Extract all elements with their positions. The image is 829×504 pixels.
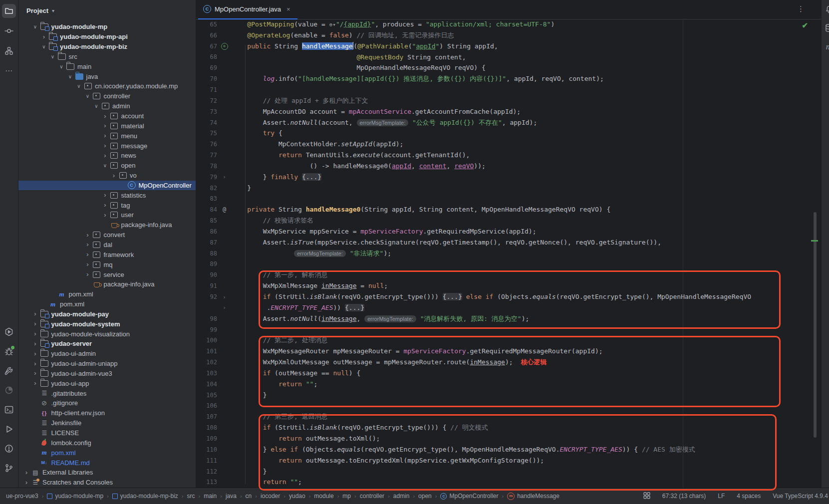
chevron-collapsed-icon[interactable]: › bbox=[84, 272, 92, 277]
breadcrumb-item[interactable]: main bbox=[204, 493, 217, 500]
debug-icon[interactable] bbox=[2, 344, 16, 358]
breadcrumb-item[interactable]: controller bbox=[360, 493, 384, 500]
tree-item-menu[interactable]: ›menu bbox=[18, 131, 196, 141]
chevron-collapsed-icon[interactable]: › bbox=[31, 361, 39, 366]
breadcrumb-item[interactable]: mp bbox=[342, 493, 351, 500]
tree-item-yudao-module-system[interactable]: ›yudao-module-system bbox=[18, 319, 196, 329]
tree-item-admin[interactable]: ∨admin bbox=[18, 101, 196, 111]
status-widget[interactable]: Vue TypeScript 4.9.4 bbox=[773, 493, 828, 500]
tree-item-yudao-module-visualization[interactable]: ›yudao-module-visualization bbox=[18, 329, 196, 339]
editor-scrollbar[interactable] bbox=[814, 212, 817, 438]
more-icon[interactable]: ⋯ bbox=[2, 64, 16, 78]
tree-item-src[interactable]: ∨src bbox=[18, 52, 196, 62]
tree-item-framework[interactable]: ›framework bbox=[18, 250, 196, 259]
services-icon[interactable] bbox=[2, 325, 16, 339]
code-line-88[interactable]: 88 errorMsgTemplate: "非法请求"); bbox=[196, 248, 821, 259]
inspections-ok-icon[interactable]: ✔ bbox=[802, 21, 808, 30]
chevron-collapsed-icon[interactable]: › bbox=[31, 311, 39, 316]
code-line-78[interactable]: 78 () -> handleMessage0(appId, content, … bbox=[196, 161, 821, 172]
code-line-74[interactable]: 74 Assert.notNull(account, errorMsgTempl… bbox=[196, 117, 821, 128]
breadcrumb-item[interactable]: CMpOpenController bbox=[440, 493, 498, 500]
run-icon[interactable] bbox=[2, 422, 16, 436]
breadcrumb-item[interactable]: java bbox=[226, 493, 237, 500]
chevron-collapsed-icon[interactable]: › bbox=[84, 262, 92, 267]
code-line-82[interactable]: 82 } bbox=[196, 183, 821, 194]
tree-item-cn-iocoder-yudao-module-mp[interactable]: ∨cn.iocoder.yudao.module.mp bbox=[18, 81, 196, 91]
tree-item-yudao-ui-admin[interactable]: ›yudao-ui-admin bbox=[18, 349, 196, 359]
chevron-collapsed-icon[interactable]: › bbox=[84, 242, 92, 247]
tree-item-package-info-java[interactable]: package-info.java bbox=[18, 279, 196, 289]
tree-item-mpopencontroller[interactable]: CMpOpenController bbox=[18, 181, 196, 191]
tree-item-account[interactable]: ›account bbox=[18, 111, 196, 121]
chevron-collapsed-icon[interactable]: › bbox=[101, 133, 109, 138]
tree-item-tag[interactable]: ›tag bbox=[18, 200, 196, 210]
structure-icon[interactable] bbox=[2, 44, 16, 58]
status-widget[interactable]: 67:32 (13 chars) bbox=[662, 493, 706, 500]
code-line-76[interactable]: 76 MpContextHolder.setAppId(appId); bbox=[196, 139, 821, 150]
tree-item-http-client-env-json[interactable]: { }http-client.env.json bbox=[18, 408, 196, 418]
notifications-icon[interactable] bbox=[823, 3, 829, 15]
tree-item-message[interactable]: ›message bbox=[18, 141, 196, 151]
chevron-collapsed-icon[interactable]: › bbox=[22, 480, 30, 485]
chevron-collapsed-icon[interactable]: › bbox=[101, 193, 109, 198]
chevron-collapsed-icon[interactable]: › bbox=[84, 252, 92, 257]
annotation-gutter-icon[interactable]: @ bbox=[223, 206, 226, 213]
chevron-collapsed-icon[interactable]: › bbox=[22, 470, 30, 475]
breadcrumb-item[interactable]: ue-pro-vue3 bbox=[6, 493, 38, 500]
chevron-expanded-icon[interactable]: ∨ bbox=[84, 93, 92, 99]
tree-item-material[interactable]: ›material bbox=[18, 121, 196, 131]
chevron-collapsed-icon[interactable]: › bbox=[101, 114, 109, 119]
chevron-collapsed-icon[interactable]: › bbox=[101, 213, 109, 218]
tree-item-mq[interactable]: ›mq bbox=[18, 259, 196, 269]
tree-item--gitattributes[interactable]: ☰.gitattributes bbox=[18, 388, 196, 398]
tree-item-user[interactable]: ›user bbox=[18, 210, 196, 220]
chevron-collapsed-icon[interactable]: › bbox=[31, 341, 39, 346]
chevron-expanded-icon[interactable]: ∨ bbox=[101, 163, 109, 168]
breadcrumb-item[interactable]: iocoder bbox=[261, 493, 280, 500]
terminal-icon[interactable] bbox=[2, 403, 16, 417]
chevron-expanded-icon[interactable]: ∨ bbox=[31, 24, 39, 29]
breadcrumb-item[interactable]: cn bbox=[246, 493, 252, 500]
build-icon[interactable] bbox=[2, 364, 16, 378]
chevron-collapsed-icon[interactable]: › bbox=[101, 123, 109, 128]
status-widget[interactable]: LF bbox=[718, 493, 725, 500]
chevron-collapsed-icon[interactable]: › bbox=[31, 331, 39, 336]
code-line-84[interactable]: 84@ private String handleMessage0(String… bbox=[196, 204, 821, 215]
tree-item-pom-xml[interactable]: mpom.xml bbox=[18, 299, 196, 309]
tree-item-pom-xml[interactable]: mpom.xml bbox=[18, 448, 196, 458]
tree-item-readme-md[interactable]: M↓README.md bbox=[18, 458, 196, 468]
tree-item-vo[interactable]: ›vo bbox=[18, 171, 196, 181]
tree-item-package-info-java[interactable]: package-info.java bbox=[18, 220, 196, 230]
code-line-71[interactable]: 71 bbox=[196, 84, 821, 95]
code-line-87[interactable]: 87 Assert.isTrue(mppService.checkSignatu… bbox=[196, 237, 821, 248]
git-icon[interactable] bbox=[2, 461, 16, 475]
code-line-67[interactable]: 67⊕ public String handleMessage(@PathVar… bbox=[196, 41, 821, 52]
breadcrumb-item[interactable]: yudao-module-mp-biz bbox=[112, 493, 178, 500]
tree-item-controller[interactable]: ∨controller bbox=[18, 91, 196, 101]
tree-item-yudao-ui-admin-vue3[interactable]: ›yudao-ui-admin-vue3 bbox=[18, 369, 196, 379]
tree-item-lombok-config[interactable]: lombok.config bbox=[18, 438, 196, 448]
api-endpoint-gutter-icon[interactable]: ⊕ bbox=[221, 43, 228, 50]
chevron-collapsed-icon[interactable]: › bbox=[31, 371, 39, 376]
more-options-icon[interactable]: ⋮ bbox=[797, 4, 805, 13]
tree-item-news[interactable]: ›news bbox=[18, 151, 196, 161]
chevron-collapsed-icon[interactable]: › bbox=[31, 321, 39, 326]
tree-item-jenkinsfile[interactable]: ☰Jenkinsfile bbox=[18, 418, 196, 428]
project-folder-icon[interactable] bbox=[2, 4, 16, 18]
chevron-expanded-icon[interactable]: ∨ bbox=[92, 103, 100, 109]
tree-item-scratches-and-consoles[interactable]: ›☰Scratches and Consoles bbox=[18, 478, 196, 488]
chevron-collapsed-icon[interactable]: › bbox=[101, 143, 109, 148]
tree-item-external-libraries[interactable]: ›▤External Libraries bbox=[18, 468, 196, 478]
code-line-66[interactable]: 66 @OperateLog(enable = false) // 回调地址, … bbox=[196, 30, 821, 41]
breadcrumb-item[interactable]: module bbox=[314, 493, 333, 500]
tree-item-statistics[interactable]: ›statistics bbox=[18, 190, 196, 200]
tree-item-yudao-module-pay[interactable]: ›yudao-module-pay bbox=[18, 309, 196, 319]
breadcrumb-item[interactable]: open bbox=[418, 493, 432, 500]
code-line-83[interactable]: 83 bbox=[196, 194, 821, 205]
fold-arrow-icon[interactable]: › bbox=[223, 174, 226, 180]
code-line-65[interactable]: 65 @PostMapping(value = ⊕▾"/{appId}", pr… bbox=[196, 19, 821, 30]
layout-grid-icon[interactable] bbox=[643, 492, 650, 501]
tree-item-java[interactable]: ∨java bbox=[18, 71, 196, 81]
editor-tab[interactable]: C MpOpenController.java × bbox=[198, 0, 297, 19]
tree-item-convert[interactable]: ›convert bbox=[18, 230, 196, 240]
